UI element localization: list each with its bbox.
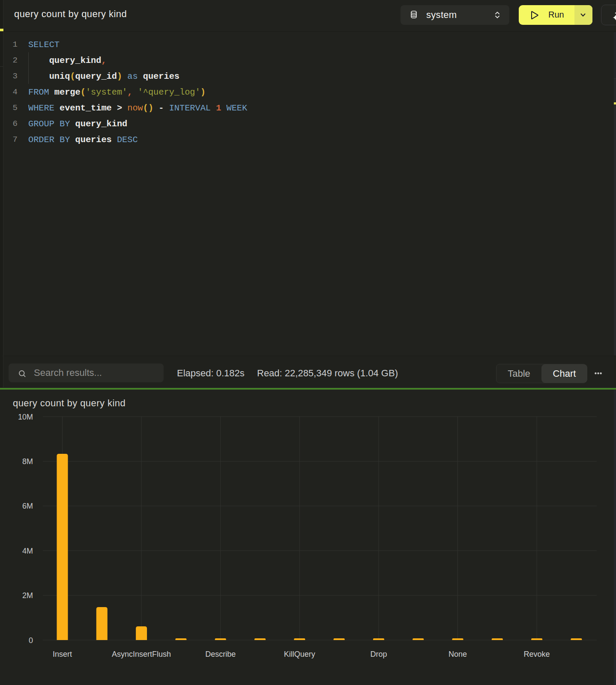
svg-text:Drop: Drop xyxy=(370,650,387,658)
svg-text:8M: 8M xyxy=(22,457,33,466)
svg-text:Revoke: Revoke xyxy=(524,650,550,658)
svg-text:6M: 6M xyxy=(22,502,33,510)
svg-text:Describe: Describe xyxy=(205,650,236,658)
svg-text:None: None xyxy=(449,650,467,658)
svg-text:2M: 2M xyxy=(22,591,33,600)
svg-text:10M: 10M xyxy=(18,413,33,421)
svg-text:Insert: Insert xyxy=(53,650,72,658)
svg-text:AsyncInsertFlush: AsyncInsertFlush xyxy=(112,650,171,658)
svg-text:0: 0 xyxy=(29,636,33,645)
svg-text:KillQuery: KillQuery xyxy=(284,650,315,658)
svg-text:4M: 4M xyxy=(22,547,33,555)
